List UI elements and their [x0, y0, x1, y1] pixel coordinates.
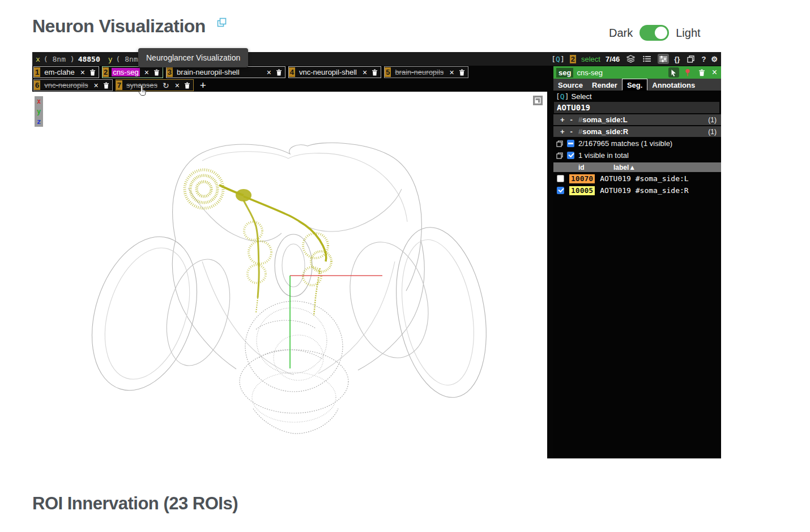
tag-count: (1): [708, 116, 717, 124]
reload-icon[interactable]: ↻: [161, 81, 170, 90]
matches-summary-row: 2/167965 matches (1 visible): [553, 138, 721, 149]
segment-visibility-checkbox[interactable]: [557, 175, 564, 182]
close-icon[interactable]: ×: [143, 68, 151, 77]
panel-tab-bar: Source Render Seg. Annotations: [553, 79, 721, 91]
layer-number: 2: [103, 67, 109, 77]
layer-tab-vnc-neuropil-shell[interactable]: 4vnc-neuropil-shell×: [288, 66, 381, 78]
segmentation-side-panel: seg cns-seg × Source Render Seg. Annotat…: [553, 66, 721, 458]
visible-total-checkbox[interactable]: [567, 152, 574, 159]
layer-number: 6: [34, 80, 40, 90]
side-panel-sliders-icon[interactable]: [658, 54, 669, 64]
layer-name[interactable]: brain-neuropil-shell: [176, 68, 262, 76]
close-icon[interactable]: ×: [79, 68, 87, 77]
tab-source[interactable]: Source: [553, 79, 587, 91]
tag-exclude-button[interactable]: -: [570, 127, 573, 136]
layer-list-icon[interactable]: [641, 54, 653, 64]
layer-name[interactable]: em-clahe: [43, 68, 75, 76]
pick-cursor-icon[interactable]: [668, 67, 679, 78]
trash-icon[interactable]: [184, 82, 190, 89]
layer-number: 7: [116, 80, 122, 90]
layers-stack-icon[interactable]: [625, 54, 636, 64]
trash-icon[interactable]: [154, 69, 160, 76]
mouse-cursor-hand: [138, 84, 148, 97]
tab-render[interactable]: Render: [587, 79, 622, 91]
tag-exclude-button[interactable]: -: [570, 115, 573, 124]
seg-layer-header: seg cns-seg ×: [553, 66, 721, 79]
axis-y-label: y: [37, 108, 41, 115]
close-panel-icon[interactable]: ×: [711, 67, 718, 78]
select-section-label: [Q] Select: [553, 91, 721, 101]
layer-row-2: 6vnc-neuropils× 7synapses↻× +: [32, 79, 546, 92]
add-layer-button[interactable]: +: [197, 79, 210, 92]
layer-number: 5: [385, 67, 391, 77]
copy-ids-icon[interactable]: [556, 140, 563, 147]
y-dimension-label: y: [108, 55, 113, 63]
settings-gear-icon[interactable]: ⚙: [711, 55, 718, 63]
layer-type-badge: seg: [556, 68, 573, 78]
duplicate-view-icon[interactable]: [685, 54, 696, 64]
layer-name[interactable]: brain-neuropils: [394, 68, 445, 76]
id-column-header[interactable]: id: [578, 164, 613, 171]
active-layer-number-badge: 2: [570, 55, 576, 63]
tag-row-soma-side-l[interactable]: + - #soma_side:L (1): [553, 114, 721, 125]
tag-row-soma-side-r[interactable]: + - #soma_side:R (1): [553, 126, 721, 137]
trash-icon[interactable]: [89, 69, 96, 76]
tag-count: (1): [708, 128, 717, 136]
visible-summary-row: 1 visible in total: [553, 150, 721, 161]
all-matches-checkbox[interactable]: [567, 140, 574, 147]
segment-row-10005[interactable]: 10005 AOTU019 #soma_side:R: [553, 185, 721, 196]
help-icon[interactable]: ?: [701, 55, 706, 63]
layer-number: 4: [289, 67, 295, 77]
segment-row-10070[interactable]: 10070 AOTU019 #soma_side:L: [553, 173, 721, 184]
close-icon[interactable]: ×: [447, 68, 455, 77]
visible-summary: 1 visible in total: [578, 151, 629, 160]
json-state-icon[interactable]: {}: [674, 55, 680, 63]
trash-icon[interactable]: [459, 69, 465, 76]
trash-icon[interactable]: [103, 82, 109, 89]
theme-switch-knob[interactable]: [655, 27, 667, 39]
segment-visibility-checkbox[interactable]: [557, 187, 564, 194]
layer-tab-brain-neuropil-shell[interactable]: 3brain-neuropil-shell×: [166, 66, 285, 78]
close-icon[interactable]: ×: [173, 81, 181, 90]
x-unit: ( 8nm ): [44, 55, 75, 63]
layer-tab-cns-seg[interactable]: 2cns-seg×: [102, 66, 163, 78]
close-icon[interactable]: ×: [361, 68, 369, 77]
label-column-header[interactable]: label▲: [613, 164, 721, 171]
segment-id-chip[interactable]: 10070: [569, 174, 595, 183]
viewer-toolbar-icons: [Q] 2 select 7/46 {} ? ⚙: [551, 54, 718, 64]
trash-icon[interactable]: [372, 69, 378, 76]
roi-innervation-heading: ROI Innervation (23 ROIs): [32, 494, 238, 514]
close-icon[interactable]: ×: [92, 81, 100, 90]
copy-visible-ids-icon[interactable]: [556, 152, 563, 159]
segment-label: AOTU019 #soma_side:L: [600, 174, 689, 183]
3d-view-panel[interactable]: x y z: [32, 92, 547, 458]
segment-label: AOTU019 #soma_side:R: [600, 186, 689, 195]
pin-icon[interactable]: [683, 67, 693, 78]
position-coordinates[interactable]: x ( 8nm ) 48850 y ( 8nm ): [36, 55, 147, 63]
segment-table-header[interactable]: id label▲: [553, 162, 721, 172]
layer-tab-vnc-neuropils[interactable]: 6vnc-neuropils×: [33, 79, 113, 91]
layer-name[interactable]: vnc-neuropil-shell: [298, 68, 358, 76]
tab-seg[interactable]: Seg.: [622, 79, 647, 91]
copy-link-icon[interactable]: [217, 18, 227, 27]
close-icon[interactable]: ×: [265, 68, 273, 77]
segment-query-input[interactable]: [554, 102, 719, 113]
layer-name[interactable]: vnc-neuropils: [43, 81, 89, 89]
layer-tab-em-clahe[interactable]: 1em-clahe×: [33, 66, 99, 78]
trash-icon[interactable]: [276, 69, 282, 76]
delete-layer-icon[interactable]: [697, 67, 707, 78]
layer-name[interactable]: cns-seg: [112, 68, 140, 76]
brain-render: [32, 92, 547, 458]
tag-include-button[interactable]: +: [560, 127, 565, 136]
axis-z-label: z: [37, 118, 41, 126]
segment-id-chip[interactable]: 10005: [569, 186, 595, 195]
x-coordinate-value[interactable]: 48850: [78, 55, 100, 63]
layer-number: 3: [167, 67, 173, 77]
tag-include-button[interactable]: +: [560, 115, 565, 124]
tab-annotations[interactable]: Annotations: [647, 79, 700, 91]
maximize-panel-icon[interactable]: [533, 96, 543, 105]
light-label: Light: [676, 27, 700, 40]
theme-switch[interactable]: [640, 25, 669, 41]
layer-tab-brain-neuropils[interactable]: 5brain-neuropils×: [384, 66, 468, 78]
layer-tab-synapses[interactable]: 7synapses↻×: [116, 79, 194, 91]
